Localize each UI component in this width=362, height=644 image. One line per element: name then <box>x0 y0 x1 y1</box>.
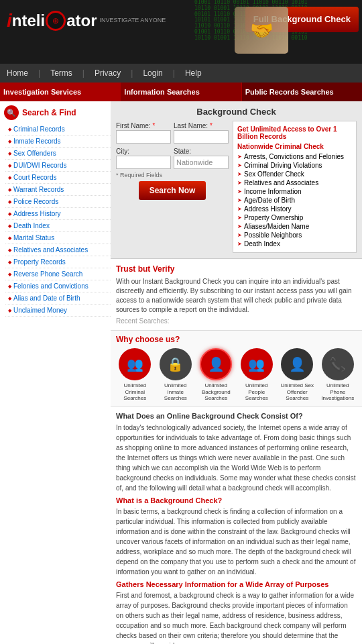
phone-label: Unlimited Phone Investigations <box>319 382 357 402</box>
article-body-2: In basic terms, a background check is fi… <box>116 506 357 577</box>
sex-offender-label: Unlimited Sex Offender Searches <box>278 382 316 402</box>
list-item[interactable]: ◆Felonies and Convictions <box>5 280 111 292</box>
search-find-title: Search & Find <box>22 108 76 117</box>
bg-form: First Name: * Last Name: * City: <box>116 121 229 253</box>
icon-background: 👤 Unlimited Background Searches <box>197 348 235 402</box>
access-item: ➤Income Information <box>237 187 352 196</box>
top-nav: Home | Terms | Privacy | Login | Help <box>0 64 362 83</box>
search-find-icon: 🔍 <box>4 105 19 120</box>
article-title-3: Gathers Necessary Information for a Wide… <box>116 580 357 588</box>
search-find-list: ◆Criminal Records ◆Inmate Records ◆Sex O… <box>0 123 111 317</box>
bg-check-section: Background Check First Name: * Last Name… <box>111 101 362 259</box>
people-label: Unlimited People Searches <box>238 382 276 402</box>
icons-row: 👥 Unlimited Criminal Searches 🔒 Unlimite… <box>116 348 357 402</box>
icon-criminal: 👥 Unlimited Criminal Searches <box>116 348 154 402</box>
article-title-1: What Does an Online Background Check Con… <box>116 412 357 420</box>
list-item[interactable]: ◆Relatives and Associates <box>5 244 111 256</box>
phone-icon: 📞 <box>322 348 354 380</box>
required-star: * <box>152 122 155 129</box>
icon-inmate: 🔒 Unlimited Inmate Searches <box>157 348 195 402</box>
header: 01001 10110 00101 11010 00110 10101 1011… <box>0 0 362 64</box>
category-nav: Investigation Services Information Searc… <box>0 83 362 101</box>
access-highlight: Nationwide Criminal Check <box>237 143 352 150</box>
nav-login[interactable]: Login <box>143 68 162 78</box>
state-group: State: <box>174 146 229 169</box>
article-section: What Does an Online Background Check Con… <box>111 407 362 644</box>
nav-privacy[interactable]: Privacy <box>95 68 121 78</box>
icon-people: 👥 Unlimited People Searches <box>238 348 276 402</box>
list-item[interactable]: ◆Address History <box>5 208 111 220</box>
inmate-icon: 🔒 <box>160 348 192 380</box>
logo-tagline-block: INVESTIGATE ANYONE <box>99 17 166 24</box>
first-name-label: First Name: * <box>116 122 155 129</box>
access-item: ➤Possible Neighbors <box>237 231 352 239</box>
cat-information[interactable]: Information Searches <box>121 83 241 101</box>
icon-phone: 📞 Unlimited Phone Investigations <box>319 348 357 402</box>
state-input[interactable] <box>174 156 229 169</box>
city-input[interactable] <box>116 156 171 169</box>
list-item[interactable]: ◆Sex Offenders <box>5 148 111 160</box>
cat-public-records[interactable]: Public Records Searches <box>242 83 362 101</box>
background-label: Unlimited Background Searches <box>197 382 235 402</box>
tagline-investigate: INVESTIGATE ANYONE <box>99 17 166 24</box>
logo-i: i <box>7 10 12 32</box>
icon-sex-offender: 👤 Unlimited Sex Offender Searches <box>278 348 316 402</box>
logo: i nteli ⊕ ator INVESTIGATE ANYONE <box>7 10 166 32</box>
access-box: Get Unlimited Access to Over 1 Billion R… <box>233 121 357 253</box>
first-name-group: First Name: * <box>116 121 171 144</box>
access-item: ➤Property Ownership <box>237 213 352 222</box>
article-title-2: What is a Background Check? <box>116 496 357 504</box>
nav-home[interactable]: Home <box>7 68 28 78</box>
access-item: ➤Aliases/Maiden Name <box>237 222 352 231</box>
access-item: ➤Address History <box>237 205 352 213</box>
trust-body: With our Instant Background Check you ca… <box>116 277 357 315</box>
article-body-3: First and foremost, a background check i… <box>116 590 357 644</box>
name-row: First Name: * Last Name: * <box>116 121 229 144</box>
access-title: Get Unlimited Access to Over 1 Billion R… <box>237 125 352 140</box>
list-item[interactable]: ◆Inmate Records <box>5 136 111 148</box>
list-item[interactable]: ◆Property Records <box>5 256 111 268</box>
background-icon: 👤 <box>200 348 232 380</box>
access-item: ➤Relatives and Associates <box>237 178 352 187</box>
main-area: 🔍 Search & Find ◆Criminal Records ◆Inmat… <box>0 101 362 644</box>
logo-text: nteli <box>12 11 45 30</box>
list-item[interactable]: ◆Police Records <box>5 196 111 208</box>
people-icon: 👥 <box>241 348 273 380</box>
city-group: City: <box>116 146 171 169</box>
recent-searches: Recent Searches: <box>116 317 357 325</box>
search-find-header: 🔍 Search & Find <box>0 101 111 120</box>
crosshair-icon: ⊕ <box>52 16 59 25</box>
access-item: ➤Arrests, Convictions and Felonies <box>237 152 352 161</box>
list-item[interactable]: ◆DUI/DWI Records <box>5 160 111 172</box>
inmate-label: Unlimited Inmate Searches <box>157 382 195 402</box>
nav-help[interactable]: Help <box>185 68 202 78</box>
last-name-label: Last Name: * <box>174 122 213 129</box>
list-item[interactable]: ◆Death Index <box>5 220 111 232</box>
criminal-icon: 👥 <box>119 348 151 380</box>
list-item[interactable]: ◆Criminal Records <box>5 123 111 136</box>
state-label: State: <box>174 148 191 155</box>
trust-title: Trust but Verify <box>116 264 357 274</box>
nav-terms[interactable]: Terms <box>50 68 72 78</box>
access-item: ➤Age/Date of Birth <box>237 196 352 205</box>
location-row: City: State: <box>116 146 229 169</box>
list-item[interactable]: ◆Court Records <box>5 172 111 184</box>
right-panel: Background Check First Name: * Last Name… <box>111 101 362 644</box>
access-item: ➤Death Index <box>237 239 352 248</box>
cat-investigation[interactable]: Investigation Services <box>0 83 121 101</box>
access-item: ➤Sex Offender Check <box>237 170 352 178</box>
city-label: City: <box>116 148 129 155</box>
list-item[interactable]: ◆Reverse Phone Search <box>5 268 111 280</box>
form-access-row: First Name: * Last Name: * City: <box>116 121 357 253</box>
list-item[interactable]: ◆Marital Status <box>5 232 111 244</box>
search-now-button[interactable]: Search Now <box>139 181 206 200</box>
first-name-input[interactable] <box>116 130 171 144</box>
list-item[interactable]: ◆Warrant Records <box>5 184 111 196</box>
list-item[interactable]: ◆Alias and Date of Birth <box>5 292 111 305</box>
last-name-input[interactable] <box>174 130 229 144</box>
criminal-label: Unlimited Criminal Searches <box>116 382 154 402</box>
list-item[interactable]: ◆Unclaimed Money <box>5 305 111 317</box>
bg-check-title: Background Check <box>116 107 357 117</box>
required-note: * Required Fields <box>116 172 229 178</box>
why-choose-section: Why choose us? 👥 Unlimited Criminal Sear… <box>111 331 362 407</box>
